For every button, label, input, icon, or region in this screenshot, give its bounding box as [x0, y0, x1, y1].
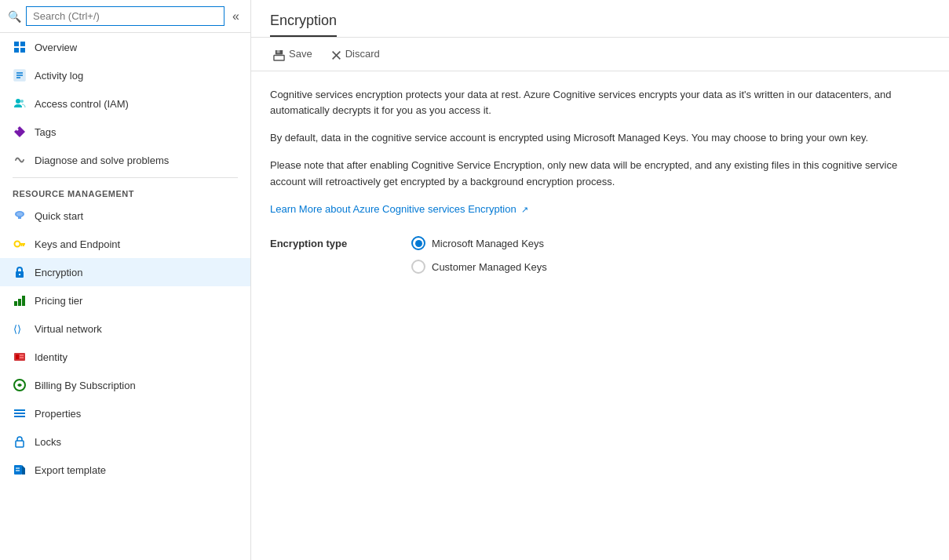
- encryption-type-label: Encryption type: [270, 236, 380, 249]
- svg-rect-30: [14, 409, 25, 411]
- svg-rect-3: [20, 48, 25, 53]
- svg-rect-39: [277, 49, 280, 53]
- sidebar-search-area: 🔍 «: [0, 0, 250, 33]
- svg-marker-10: [14, 126, 25, 137]
- svg-rect-1: [20, 42, 25, 46]
- encryption-radio-group: Microsoft Managed Keys Customer Managed …: [411, 236, 547, 274]
- export-template-label: Export template: [35, 464, 106, 476]
- encryption-icon: [13, 265, 27, 279]
- sidebar: 🔍 « Overview Activity log Access control…: [0, 0, 251, 560]
- sidebar-item-identity[interactable]: Identity: [0, 343, 250, 371]
- virtual-network-icon: ⟨⟩: [13, 322, 27, 336]
- sidebar-navigation: Overview Activity log Access control (IA…: [0, 33, 250, 560]
- svg-rect-27: [20, 355, 24, 356]
- section-divider: [13, 177, 238, 178]
- quick-start-icon: [13, 209, 27, 223]
- radio-circle-cmk: [411, 260, 425, 274]
- discard-label: Discard: [345, 48, 380, 60]
- sidebar-item-encryption[interactable]: Encryption: [0, 258, 250, 286]
- export-template-icon: [13, 463, 27, 477]
- activity-log-label: Activity log: [35, 70, 83, 82]
- sidebar-item-pricing-tier[interactable]: Pricing tier: [0, 286, 250, 315]
- discard-button[interactable]: Discard: [328, 45, 383, 62]
- radio-option-mmk[interactable]: Microsoft Managed Keys: [411, 236, 547, 250]
- tags-icon: [13, 125, 27, 139]
- svg-rect-17: [23, 245, 24, 246]
- svg-point-9: [20, 100, 24, 103]
- sidebar-item-keys-endpoint[interactable]: Keys and Endpoint: [0, 230, 250, 258]
- collapse-button[interactable]: «: [229, 8, 243, 25]
- sidebar-item-billing[interactable]: Billing By Subscription: [0, 371, 250, 399]
- search-input[interactable]: [26, 6, 224, 26]
- svg-point-13: [16, 213, 23, 216]
- discard-icon: [331, 47, 341, 60]
- locks-label: Locks: [35, 436, 61, 448]
- learn-more-text: Learn More about Azure Cognitive service…: [270, 203, 516, 215]
- svg-rect-33: [16, 441, 24, 447]
- sidebar-item-quick-start[interactable]: Quick start: [0, 202, 250, 230]
- sidebar-item-activity-log[interactable]: Activity log: [0, 61, 250, 89]
- encryption-type-section: Encryption type Microsoft Managed Keys C…: [270, 236, 930, 274]
- svg-rect-14: [18, 216, 21, 219]
- access-control-icon: [13, 96, 27, 111]
- properties-label: Properties: [35, 408, 81, 420]
- sidebar-item-properties[interactable]: Properties: [0, 399, 250, 427]
- radio-option-cmk[interactable]: Customer Managed Keys: [411, 260, 547, 274]
- diagnose-label: Diagnose and solve problems: [35, 155, 169, 166]
- save-button[interactable]: Save: [270, 45, 316, 63]
- content-area: Cognitive services encryption protects y…: [251, 71, 949, 290]
- svg-rect-26: [16, 355, 19, 359]
- locks-icon: [13, 435, 27, 449]
- sidebar-item-locks[interactable]: Locks: [0, 427, 250, 456]
- resource-management-header: RESOURCE MANAGEMENT: [0, 181, 250, 202]
- keys-endpoint-icon: [13, 237, 27, 251]
- access-control-label: Access control (IAM): [35, 98, 129, 110]
- diagnose-icon: [13, 153, 27, 167]
- quick-start-label: Quick start: [35, 210, 83, 222]
- svg-rect-21: [14, 301, 17, 306]
- save-icon: [273, 47, 285, 61]
- tags-label: Tags: [35, 126, 56, 138]
- page-header: Encryption: [251, 0, 949, 38]
- svg-marker-35: [22, 465, 25, 475]
- pricing-tier-label: Pricing tier: [35, 295, 82, 307]
- billing-icon: [13, 378, 27, 392]
- svg-point-11: [16, 129, 19, 131]
- activity-log-icon: [13, 68, 27, 82]
- external-link-icon: ↗: [521, 205, 528, 214]
- description-3: Please note that after enabling Cognitiv…: [270, 158, 914, 191]
- svg-rect-34: [14, 465, 22, 475]
- page-title: Encryption: [270, 13, 337, 37]
- overview-label: Overview: [35, 42, 77, 53]
- main-content: Encryption Save Discard Cognitive servic…: [251, 0, 949, 560]
- billing-label: Billing By Subscription: [35, 380, 136, 391]
- sidebar-item-access-control[interactable]: Access control (IAM): [0, 89, 250, 118]
- svg-rect-0: [14, 42, 19, 46]
- description-2: By default, data in the cognitive servic…: [270, 130, 914, 147]
- learn-more-link[interactable]: Learn More about Azure Cognitive service…: [270, 203, 528, 215]
- encryption-label: Encryption: [35, 267, 82, 278]
- svg-text:⟨⟩: ⟨⟩: [13, 323, 21, 335]
- sidebar-item-diagnose[interactable]: Diagnose and solve problems: [0, 146, 250, 174]
- svg-rect-18: [21, 245, 23, 246]
- overview-icon: [13, 40, 27, 54]
- sidebar-item-virtual-network[interactable]: ⟨⟩ Virtual network: [0, 315, 250, 343]
- svg-rect-40: [274, 55, 284, 60]
- search-icon: 🔍: [8, 10, 21, 23]
- sidebar-item-overview[interactable]: Overview: [0, 33, 250, 61]
- svg-rect-16: [20, 243, 25, 245]
- svg-point-8: [16, 99, 20, 104]
- svg-point-15: [15, 242, 20, 247]
- svg-rect-22: [18, 299, 21, 306]
- radio-circle-mmk: [411, 236, 425, 250]
- description-block: Cognitive services encryption protects y…: [270, 87, 914, 218]
- svg-rect-32: [14, 416, 25, 417]
- sidebar-item-tags[interactable]: Tags: [0, 118, 250, 146]
- identity-label: Identity: [35, 351, 68, 363]
- sidebar-item-export-template[interactable]: Export template: [0, 456, 250, 484]
- svg-rect-28: [20, 357, 24, 358]
- identity-icon: [13, 350, 27, 364]
- save-label: Save: [289, 48, 312, 60]
- toolbar: Save Discard: [251, 38, 949, 71]
- svg-rect-2: [14, 48, 19, 53]
